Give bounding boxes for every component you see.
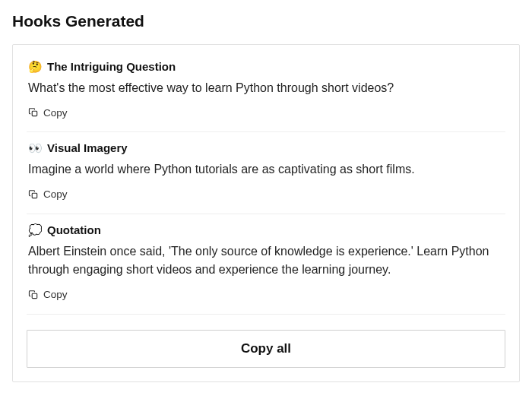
- hook-item: 💭 Quotation Albert Einstein once said, '…: [27, 214, 505, 315]
- copy-label: Copy: [43, 188, 68, 200]
- eyes-icon: 👀: [28, 142, 43, 154]
- svg-rect-1: [32, 193, 36, 198]
- hook-body: Imagine a world where Python tutorials a…: [28, 160, 504, 179]
- copy-button[interactable]: Copy: [28, 287, 68, 302]
- hook-body: What's the most effective way to learn P…: [28, 79, 504, 98]
- copy-all-button[interactable]: Copy all: [27, 330, 505, 368]
- hook-title: Visual Imagery: [47, 141, 128, 154]
- hook-title: The Intriguing Question: [47, 60, 176, 73]
- copy-label: Copy: [43, 107, 68, 119]
- hook-header: 💭 Quotation: [28, 223, 504, 236]
- copy-icon: [28, 189, 39, 200]
- hook-title: Quotation: [47, 223, 101, 236]
- copy-button[interactable]: Copy: [28, 106, 68, 120]
- copy-label: Copy: [43, 289, 68, 300]
- copy-icon: [28, 107, 39, 118]
- hook-body: Albert Einstein once said, 'The only sou…: [28, 242, 504, 280]
- thought-balloon-icon: 💭: [28, 224, 43, 236]
- thinking-face-icon: 🤔: [28, 61, 43, 72]
- svg-rect-0: [32, 112, 36, 116]
- hooks-container: 🤔 The Intriguing Question What's the mos…: [12, 44, 520, 382]
- hook-item: 🤔 The Intriguing Question What's the mos…: [27, 57, 505, 132]
- copy-icon: [28, 290, 39, 300]
- hook-header: 👀 Visual Imagery: [28, 141, 504, 154]
- page-title: Hooks Generated: [12, 12, 520, 30]
- hook-header: 🤔 The Intriguing Question: [28, 60, 504, 73]
- copy-button[interactable]: Copy: [28, 187, 68, 201]
- svg-rect-2: [32, 293, 36, 298]
- hook-item: 👀 Visual Imagery Imagine a world where P…: [27, 132, 505, 214]
